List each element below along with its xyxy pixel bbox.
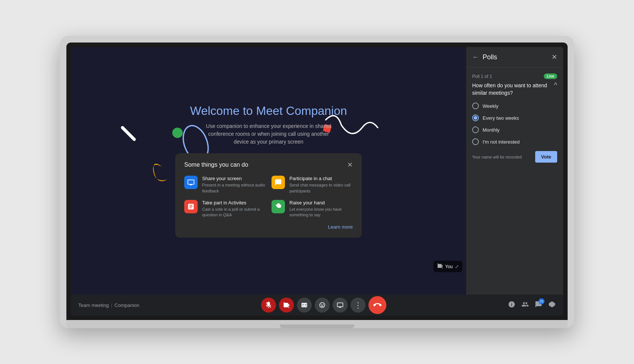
bottom-left: Team meeting | Companion — [78, 302, 139, 308]
poll-option-weekly[interactable]: Weekly — [472, 103, 557, 109]
poll-option-every-two-weeks[interactable]: Every two weeks — [472, 114, 557, 121]
radio-every-two-weeks — [472, 114, 479, 121]
live-badge: Live — [544, 73, 557, 79]
activities-text: Take part in Activites Cast a vote in a … — [202, 200, 266, 218]
welcome-card: Welcome to Meet Companion Use companion … — [190, 104, 347, 146]
meeting-label: Team meeting — [78, 302, 109, 308]
radio-weekly — [472, 103, 479, 109]
camera-button[interactable] — [279, 298, 294, 313]
chat-icon — [272, 176, 285, 189]
chat-button[interactable]: 25 — [535, 301, 542, 310]
things-card: Some things you can do ✕ Share your scre… — [175, 153, 362, 238]
poll-options: Weekly Every two weeks — [472, 103, 557, 145]
companion-label: Companion — [114, 302, 139, 308]
polls-back-button[interactable]: ← — [472, 53, 479, 61]
poll-option-every-two-weeks-label: Every two weeks — [483, 115, 519, 121]
chat-badge: 25 — [539, 298, 544, 304]
laptop-base — [66, 320, 568, 328]
polls-header: ← Polls ✕ — [466, 47, 563, 68]
poll-option-weekly-label: Weekly — [483, 103, 498, 109]
list-item: Take part in Activites Cast a vote in a … — [184, 200, 266, 218]
bottom-center: ⋮ — [261, 296, 386, 314]
screen-content: Welcome to Meet Companion Use companion … — [71, 47, 563, 295]
captions-button[interactable] — [297, 298, 312, 313]
poll-option-monthly-label: Monthly — [483, 127, 500, 133]
more-button[interactable]: ⋮ — [351, 298, 365, 313]
list-item: Raise your hand Let everyone know you ha… — [272, 200, 353, 218]
separator: | — [111, 302, 112, 308]
poll-option-not-interested[interactable]: I'm not interested — [472, 138, 557, 145]
poll-question: How often do you want to attend similar … — [472, 82, 551, 97]
raise-hand-text: Raise your hand Let everyone know you ha… — [289, 200, 353, 218]
list-item: Share your screen Present in a meeting w… — [184, 176, 266, 194]
you-badge-cam-icon — [437, 263, 443, 270]
learn-more-link[interactable]: Learn more — [328, 224, 353, 230]
people-button[interactable] — [521, 301, 529, 310]
present-button[interactable] — [333, 298, 348, 313]
poll-name-note: Your name will be recorded — [472, 155, 522, 159]
radio-not-interested — [472, 138, 479, 145]
svg-marker-8 — [549, 301, 555, 307]
polls-sidebar: ← Polls ✕ Poll 1 of 1 Live How often do … — [466, 47, 563, 295]
poll-footer: Your name will be recorded Vote — [472, 151, 557, 163]
poll-collapse-button[interactable]: ^ — [554, 81, 557, 89]
learn-more-row: Learn more — [184, 223, 353, 230]
activities-name: Take part in Activites — [202, 200, 266, 205]
things-grid: Share your screen Present in a meeting w… — [184, 176, 353, 218]
bottom-right: 25 — [508, 301, 556, 310]
share-screen-desc: Present in a meeting without audio feedb… — [202, 182, 266, 194]
raise-hand-desc: Let everyone know you have something to … — [289, 207, 353, 218]
share-screen-name: Share your screen — [202, 176, 266, 181]
info-button[interactable] — [508, 301, 515, 310]
things-card-title: Some things you can do — [184, 161, 248, 168]
video-area: Welcome to Meet Companion Use companion … — [71, 47, 466, 295]
activities-button[interactable] — [548, 301, 556, 310]
polls-title: Polls — [483, 53, 497, 61]
things-header: Some things you can do ✕ — [184, 161, 353, 169]
chat-name: Participate in a chat — [289, 176, 353, 181]
you-badge: You ⤢ — [433, 261, 462, 272]
poll-count: Poll 1 of 1 — [472, 74, 492, 79]
raise-hand-icon — [272, 200, 285, 213]
svg-point-1 — [172, 128, 183, 138]
bottom-bar: Team meeting | Companion — [71, 295, 563, 316]
polls-close-button[interactable]: ✕ — [552, 53, 557, 61]
vote-button[interactable]: Vote — [535, 151, 557, 163]
activities-desc: Cast a vote in a poll or submit a questi… — [202, 207, 266, 218]
you-badge-expand-icon[interactable]: ⤢ — [455, 264, 459, 269]
reactions-button[interactable] — [315, 298, 330, 313]
poll-question-header: How often do you want to attend similar … — [472, 82, 557, 97]
share-screen-icon — [184, 176, 198, 189]
laptop-screen: Welcome to Meet Companion Use companion … — [71, 47, 563, 316]
polls-header-left: ← Polls — [472, 53, 497, 61]
radio-monthly — [472, 126, 479, 133]
radio-every-two-weeks-inner — [474, 116, 477, 120]
share-screen-text: Share your screen Present in a meeting w… — [202, 176, 266, 194]
raise-hand-name: Raise your hand — [289, 200, 353, 205]
end-call-button[interactable] — [368, 296, 386, 314]
screen-bezel: Welcome to Meet Companion Use companion … — [66, 43, 568, 320]
things-close-button[interactable]: ✕ — [347, 161, 353, 169]
poll-option-monthly[interactable]: Monthly — [472, 126, 557, 133]
welcome-subtitle: Use companion to enhance your experience… — [190, 122, 347, 146]
welcome-title: Welcome to Meet Companion — [190, 104, 347, 118]
chat-text: Participate in a chat Send chat messages… — [289, 176, 353, 194]
poll-meta: Poll 1 of 1 Live — [472, 73, 557, 79]
list-item: Participate in a chat Send chat messages… — [272, 176, 353, 194]
chat-desc: Send chat messages to video call partici… — [289, 182, 353, 194]
laptop-notch — [280, 324, 354, 328]
polls-body: Poll 1 of 1 Live How often do you want t… — [466, 68, 563, 295]
poll-option-not-interested-label: I'm not interested — [483, 139, 520, 145]
you-badge-label: You — [445, 264, 453, 269]
mic-button[interactable] — [261, 298, 276, 313]
svg-rect-0 — [120, 125, 136, 141]
laptop-frame: Welcome to Meet Companion Use companion … — [60, 36, 574, 328]
activities-icon — [184, 200, 198, 213]
